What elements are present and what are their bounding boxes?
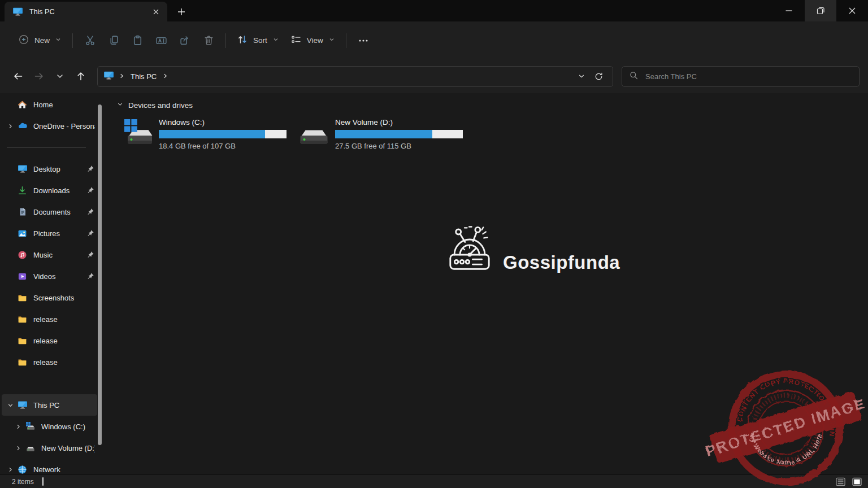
capacity-bar-fill (159, 130, 265, 138)
sidebar-item-this-pc[interactable]: This PC (2, 394, 97, 416)
paste-button[interactable] (125, 30, 149, 51)
view-icon (290, 34, 302, 47)
pin-icon (86, 165, 95, 173)
chevron-down-icon (272, 36, 279, 45)
cut-button[interactable] (78, 30, 102, 51)
documents-icon (17, 207, 28, 217)
items-count: 2 items (12, 478, 34, 486)
drive-windows-c[interactable]: Windows (C:) 18.4 GB free of 107 GB (122, 117, 288, 151)
sidebar-item-documents[interactable]: Documents (2, 201, 97, 223)
network-icon (17, 464, 28, 475)
up-button[interactable] (71, 67, 90, 86)
address-dropdown-button[interactable] (573, 68, 590, 84)
sidebar-item-release-2[interactable]: release (2, 330, 97, 351)
sidebar-item-release-3[interactable]: release (2, 351, 97, 373)
chevron-right-icon[interactable] (12, 423, 25, 430)
breadcrumb-separator-icon (119, 72, 125, 81)
sidebar-item-onedrive[interactable]: OneDrive - Personal (2, 115, 97, 137)
sidebar-item-windows-c[interactable]: Windows (C:) (2, 416, 97, 437)
address-field[interactable]: This PC (97, 66, 613, 87)
window-controls (773, 0, 868, 21)
details-view-button[interactable] (834, 476, 847, 487)
forward-button[interactable] (29, 67, 49, 86)
sidebar-spacer (0, 373, 107, 394)
drive-free-space: 18.4 GB free of 107 GB (159, 142, 287, 150)
new-button-label: New (34, 36, 50, 45)
sidebar-item-new-volume-d[interactable]: New Volume (D:) (2, 437, 97, 459)
pin-icon (86, 251, 95, 259)
search-icon (629, 71, 639, 82)
capacity-bar (159, 130, 287, 138)
windows-drive-icon (25, 421, 36, 432)
section-title: Devices and drives (128, 101, 193, 110)
sidebar-item-home[interactable]: Home (2, 94, 97, 115)
chevron-right-icon[interactable] (4, 466, 17, 473)
share-button[interactable] (173, 30, 197, 51)
toolbar-divider (346, 33, 346, 48)
rename-button[interactable] (149, 30, 173, 51)
address-bar: This PC (0, 59, 868, 93)
command-bar: New Sort (0, 21, 868, 59)
sidebar-item-pictures[interactable]: Pictures (2, 223, 97, 244)
pin-icon (86, 208, 95, 216)
copy-button[interactable] (102, 30, 125, 51)
drives-row: Windows (C:) 18.4 GB free of 107 GB New … (122, 117, 868, 151)
pin-icon (86, 186, 95, 194)
tab-title: This PC (29, 8, 149, 16)
chevron-down-icon[interactable] (4, 402, 17, 409)
videos-icon (17, 271, 28, 282)
this-pc-icon (17, 400, 28, 411)
restore-button[interactable] (805, 0, 836, 21)
sidebar-item-desktop[interactable]: Desktop (2, 158, 97, 180)
chevron-down-icon (55, 36, 62, 45)
breadcrumb-separator-icon (162, 72, 168, 81)
sidebar-scrollbar[interactable] (98, 104, 102, 445)
monitor-icon (103, 71, 114, 82)
windows-drive-icon (123, 118, 153, 147)
plus-circle-icon (18, 34, 29, 47)
new-button[interactable]: New (12, 30, 67, 51)
sort-button[interactable]: Sort (231, 30, 285, 51)
search-box[interactable] (622, 66, 860, 87)
sidebar-separator (0, 137, 107, 158)
title-bar: This PC (0, 0, 868, 21)
capacity-bar (335, 130, 463, 138)
file-explorer-window: This PC New (0, 0, 868, 488)
minimize-button[interactable] (773, 0, 805, 21)
folder-icon (17, 314, 28, 325)
pin-icon (86, 229, 95, 237)
breadcrumb-this-pc[interactable]: This PC (127, 71, 160, 82)
tab-close-icon[interactable] (149, 5, 163, 19)
delete-button[interactable] (197, 30, 220, 51)
pictures-icon (17, 228, 28, 239)
close-button[interactable] (836, 0, 868, 21)
sidebar-item-network[interactable]: Network (2, 459, 97, 474)
drive-free-space: 27.5 GB free of 115 GB (335, 142, 463, 150)
recent-locations-button[interactable] (50, 67, 70, 86)
drive-name: New Volume (D:) (335, 118, 463, 130)
new-tab-button[interactable] (172, 2, 191, 21)
toolbar-divider (72, 33, 73, 48)
tab-this-pc[interactable]: This PC (5, 2, 167, 21)
section-devices-and-drives[interactable]: Devices and drives (116, 101, 868, 110)
navigation-pane: Home OneDrive - Personal Desktop (0, 93, 107, 474)
sidebar-item-screenshots[interactable]: Screenshots (2, 287, 97, 308)
view-button[interactable]: View (285, 30, 341, 51)
downloads-icon (17, 185, 28, 196)
drive-new-volume-d[interactable]: New Volume (D:) 27.5 GB free of 115 GB (298, 117, 464, 151)
refresh-button[interactable] (590, 68, 607, 84)
chevron-right-icon[interactable] (12, 445, 25, 452)
more-options-button[interactable] (351, 30, 375, 51)
sidebar-item-release-1[interactable]: release (2, 308, 97, 330)
sidebar-item-music[interactable]: Music (2, 244, 97, 265)
sort-button-label: Sort (253, 36, 267, 45)
back-button[interactable] (8, 67, 28, 86)
chevron-right-icon[interactable] (4, 123, 17, 130)
sidebar-item-videos[interactable]: Videos (2, 265, 97, 287)
status-divider (42, 477, 44, 486)
file-list-area: Devices and drives Windows (C:) 18.4 GB … (107, 93, 868, 474)
large-icons-view-button[interactable] (850, 476, 863, 487)
search-input[interactable] (645, 72, 852, 81)
view-toggles (834, 476, 863, 487)
sidebar-item-downloads[interactable]: Downloads (2, 180, 97, 201)
